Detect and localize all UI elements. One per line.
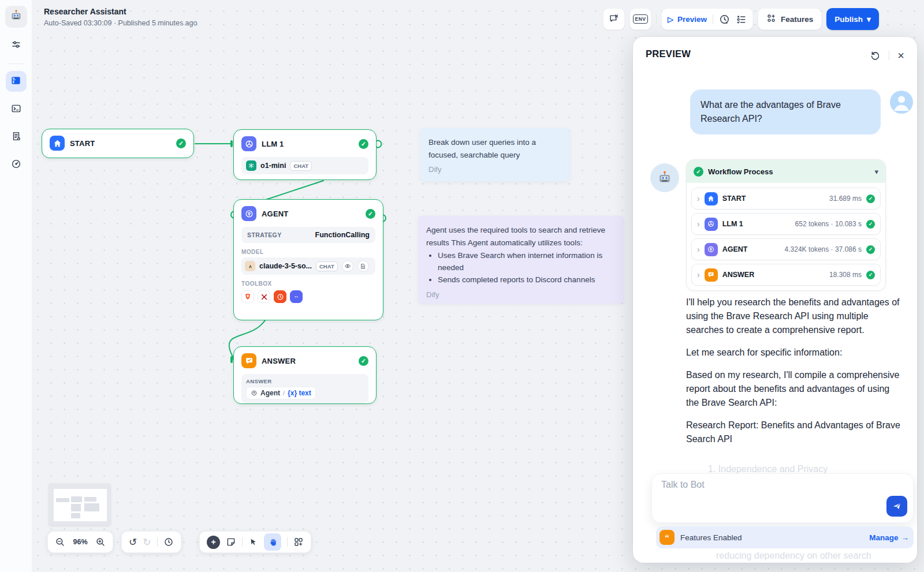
redo-button[interactable]: ↻ xyxy=(143,537,151,547)
process-row-start[interactable]: › START 31.689 ms ✓ xyxy=(691,188,881,210)
home-icon xyxy=(50,136,65,151)
preview-button[interactable]: ▷ Preview xyxy=(668,15,707,24)
annotation-button[interactable] xyxy=(603,8,625,30)
send-icon xyxy=(892,501,902,511)
manage-label: Manage xyxy=(869,533,898,542)
save-status: Auto-Saved 03:30:09 · Published 5 minute… xyxy=(44,19,197,27)
app-title: Researcher Assistant xyxy=(44,7,197,16)
features-button-label: Features xyxy=(781,15,813,24)
hand-mode-button[interactable] xyxy=(264,533,281,551)
workflow-process-header[interactable]: ✓ Workflow Process ▾ xyxy=(687,160,885,183)
row-meta: 652 tokens · 10.083 s xyxy=(795,220,862,228)
note-llm[interactable]: Break down user queries into a focused, … xyxy=(420,128,569,181)
chevron-right-icon: › xyxy=(697,270,700,279)
llm-model-row: o1-mini CHAT xyxy=(241,157,368,174)
answer-section: ANSWER Agent / {x} text xyxy=(241,374,368,403)
node-agent[interactable]: AGENT ✓ STRATEGY FunctionCalling MODEL c… xyxy=(233,199,383,320)
success-check-icon: ✓ xyxy=(866,220,875,229)
bot-paragraph: Research Report: Benefits and Advantages… xyxy=(686,418,904,446)
send-button[interactable] xyxy=(886,496,907,517)
minimap-viewport xyxy=(54,489,107,521)
brave-search-icon[interactable] xyxy=(241,290,254,303)
node-title: AGENT xyxy=(262,210,289,218)
toolbar-divider xyxy=(157,537,158,547)
features-button[interactable]: Features xyxy=(758,8,822,30)
time-tool-icon[interactable] xyxy=(274,290,286,303)
success-check-icon: ✓ xyxy=(694,167,703,177)
node-answer[interactable]: ANSWER ✓ ANSWER Agent / {x} text xyxy=(233,346,377,404)
note-text: Break down user queries into a focused, … xyxy=(429,136,561,161)
app-header: Researcher Assistant Auto-Saved 03:30:09… xyxy=(44,7,197,27)
zoom-out-button[interactable] xyxy=(55,537,65,547)
process-row-llm[interactable]: › LLM 1 652 tokens · 10.083 s ✓ xyxy=(691,213,881,235)
row-name: AGENT xyxy=(722,245,748,253)
workflow-canvas[interactable]: Researcher Assistant Auto-Saved 03:30:09… xyxy=(0,0,924,572)
env-variables-button[interactable]: ENV xyxy=(629,8,651,30)
manage-features-link[interactable]: Manage → xyxy=(869,533,909,542)
workflow-window-icon xyxy=(10,75,21,88)
node-llm[interactable]: LLM 1 ✓ o1-mini CHAT xyxy=(233,129,377,180)
add-note-button[interactable] xyxy=(226,537,236,547)
preview-panel-title: PREVIEW xyxy=(646,48,691,59)
minimap[interactable] xyxy=(49,484,110,525)
zoom-in-button[interactable] xyxy=(95,537,106,547)
agent-model-row: claude-3-5-so... CHAT xyxy=(241,257,375,275)
app-avatar[interactable] xyxy=(5,6,27,28)
document-support-icon[interactable] xyxy=(357,260,369,272)
ref-variable-name: {x} text xyxy=(288,389,311,397)
vision-eye-icon[interactable] xyxy=(342,260,353,272)
node-start[interactable]: START ✓ xyxy=(42,129,194,158)
zoom-level[interactable]: 96% xyxy=(71,538,90,546)
features-grid-icon xyxy=(766,13,776,25)
header-divider xyxy=(656,14,657,24)
close-icon[interactable]: × xyxy=(897,50,904,61)
note-agent[interactable]: Agent uses the required tools to search … xyxy=(418,216,624,304)
workflow-process-rows: › START 31.689 ms ✓ › LLM 1 652 tokens ·… xyxy=(687,183,885,290)
chat-input[interactable] xyxy=(661,480,869,490)
x-tool-icon[interactable] xyxy=(258,290,270,303)
anthropic-icon xyxy=(245,261,255,271)
success-check-icon: ✓ xyxy=(366,209,375,219)
add-node-button[interactable]: + xyxy=(207,536,220,549)
bot-paragraph: Let me search for specific information: xyxy=(686,346,904,360)
publish-button[interactable]: Publish ▾ xyxy=(826,8,879,30)
change-history-button[interactable] xyxy=(163,537,174,547)
gauge-icon xyxy=(11,159,21,171)
panel-divider xyxy=(889,51,889,60)
model-mode-badge: CHAT xyxy=(290,161,312,171)
checklist-button[interactable] xyxy=(736,14,747,25)
note-text: Agent uses the required tools to search … xyxy=(426,224,616,249)
model-mode-badge: CHAT xyxy=(316,261,338,271)
zoom-toolbar: 96% xyxy=(47,531,113,553)
note-bullet: Sends completed reports to Discord chann… xyxy=(438,274,616,286)
discord-icon[interactable] xyxy=(290,290,303,303)
robot-icon xyxy=(9,8,24,25)
sidebar-item-monitoring[interactable] xyxy=(6,154,27,175)
publish-button-label: Publish xyxy=(834,15,863,24)
llm-icon xyxy=(705,218,718,231)
pointer-mode-button[interactable] xyxy=(248,537,258,547)
undo-button[interactable]: ↺ xyxy=(129,537,137,547)
process-row-answer[interactable]: › ANSWER 18.308 ms ✓ xyxy=(691,264,881,286)
toolbar-divider xyxy=(287,537,288,547)
run-history-button[interactable] xyxy=(719,14,730,25)
restart-conversation-icon[interactable] xyxy=(870,50,881,61)
edge-llm-agent xyxy=(264,181,323,200)
handle-curl-llm-right xyxy=(377,141,381,148)
agent-icon xyxy=(705,243,718,256)
answer-icon xyxy=(241,353,256,368)
features-enabled-label: Features Enabled xyxy=(680,533,742,542)
group-divider xyxy=(713,14,713,24)
node-title: START xyxy=(70,139,95,148)
sidebar-item-logs[interactable] xyxy=(6,126,27,147)
answer-icon xyxy=(705,268,718,282)
process-row-agent[interactable]: › AGENT 4.324K tokens · 37.086 s ✓ xyxy=(691,238,881,260)
answer-variable-chip[interactable]: Agent / {x} text xyxy=(246,387,316,399)
sidebar-item-api[interactable] xyxy=(6,99,27,119)
preview-button-group: ▷ Preview xyxy=(661,8,753,30)
agent-icon xyxy=(241,206,256,221)
sidebar-item-workflow[interactable] xyxy=(6,71,27,92)
organize-nodes-button[interactable] xyxy=(293,537,304,547)
sidebar-item-orchestrate[interactable] xyxy=(6,35,27,55)
header-actions: ENV ▷ Preview Features Publish ▾ xyxy=(603,8,879,30)
